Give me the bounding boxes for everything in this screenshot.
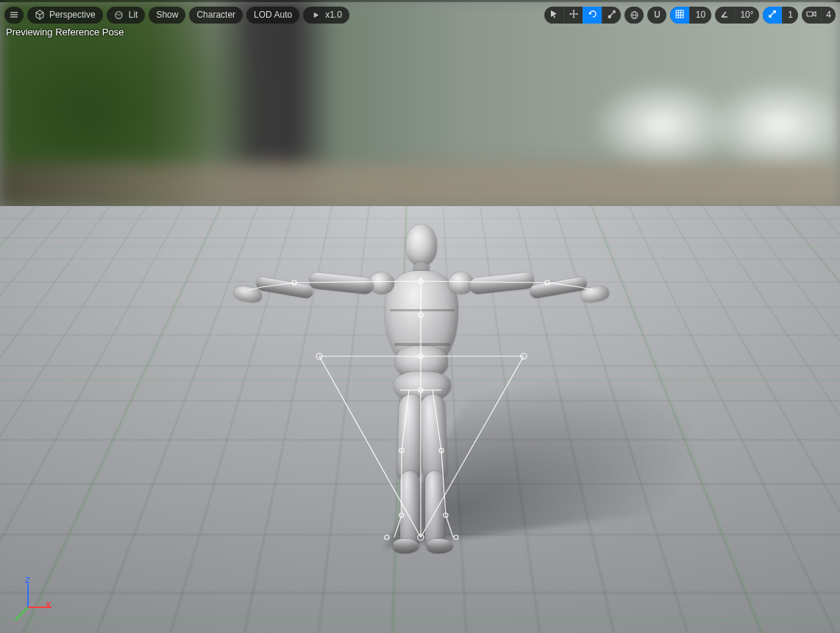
globe-icon [629, 10, 639, 20]
show-label: Show [156, 7, 178, 23]
character-menu-button[interactable]: Character [189, 7, 243, 24]
character-label: Character [196, 7, 235, 23]
play-icon [310, 10, 321, 20]
magnet-icon [652, 10, 662, 20]
mannequin-upperarm-l [308, 272, 374, 294]
mannequin-upperarm-r [469, 272, 535, 294]
cursor-icon [549, 10, 558, 21]
angle-icon [720, 10, 729, 21]
mannequin-head [406, 224, 437, 266]
hamburger-icon [9, 10, 19, 20]
mannequin-seam [390, 309, 455, 311]
camera-speed-value[interactable]: 4 [821, 7, 836, 24]
transform-tool-cluster [544, 7, 621, 24]
grid-snap-toggle[interactable] [670, 7, 689, 24]
mannequin-foot-r [427, 539, 453, 554]
lod-label: LOD Auto [254, 7, 292, 23]
coordinate-space-button[interactable] [624, 7, 644, 24]
lighting-mode-button[interactable]: Lit [107, 7, 146, 24]
mannequin-foot-l [393, 539, 419, 554]
animation-viewport[interactable]: Previewing Reference Pose Z X Perspectiv… [0, 0, 840, 633]
rotate-tool-button[interactable] [583, 7, 602, 24]
mannequin-forearm-l [255, 276, 314, 299]
lod-menu-button[interactable]: LOD Auto [246, 7, 299, 24]
rotate-icon [588, 10, 597, 21]
rotation-snap-toggle[interactable] [715, 7, 734, 24]
axis-x-label: X [46, 601, 51, 609]
grid-snap-cluster: 10 [670, 7, 711, 24]
scale-tool-button[interactable] [602, 7, 621, 24]
mannequin-seam [394, 343, 450, 346]
axis-gizmo: Z X [13, 579, 57, 623]
cube-icon [35, 10, 45, 20]
camera-speed-cluster: 4 [802, 7, 836, 24]
scale-snap-cluster: 1 [763, 7, 798, 24]
axis-z-label: Z [25, 576, 30, 584]
camera-speed-button[interactable] [802, 7, 821, 24]
expand-icon [768, 10, 777, 21]
move-icon [569, 10, 578, 21]
viewport-status-text: Previewing Reference Pose [6, 26, 124, 38]
view-mode-button[interactable]: Perspective [27, 7, 103, 24]
axis-z [27, 584, 29, 607]
hdri-background [0, 0, 840, 208]
show-menu-button[interactable]: Show [149, 7, 185, 24]
lighting-mode-label: Lit [129, 7, 138, 23]
mannequin-forearm-r [529, 276, 588, 299]
mannequin-thigh-r [420, 394, 448, 483]
svg-rect-50 [807, 12, 813, 16]
select-tool-button[interactable] [544, 7, 563, 24]
scale-icon [608, 10, 616, 21]
preview-mannequin[interactable] [243, 221, 596, 552]
grid-snap-value[interactable]: 10 [689, 7, 711, 24]
rotation-snap-cluster: 10° [715, 7, 759, 24]
grid-icon [675, 10, 684, 21]
camera-icon [806, 10, 816, 21]
rotation-snap-value[interactable]: 10° [734, 7, 759, 24]
move-tool-button[interactable] [563, 7, 583, 24]
playback-speed-label: x1.0 [325, 7, 342, 23]
surface-snap-button[interactable] [647, 7, 666, 24]
svg-rect-39 [608, 15, 611, 18]
playback-speed-button[interactable]: x1.0 [303, 7, 349, 24]
viewport-options-button[interactable] [4, 7, 24, 24]
scale-snap-toggle[interactable] [763, 7, 782, 24]
svg-rect-45 [676, 10, 683, 18]
scale-snap-value[interactable]: 1 [782, 7, 798, 24]
view-mode-label: Perspective [49, 7, 96, 23]
sphere-icon [114, 10, 124, 20]
axis-y [15, 607, 28, 620]
